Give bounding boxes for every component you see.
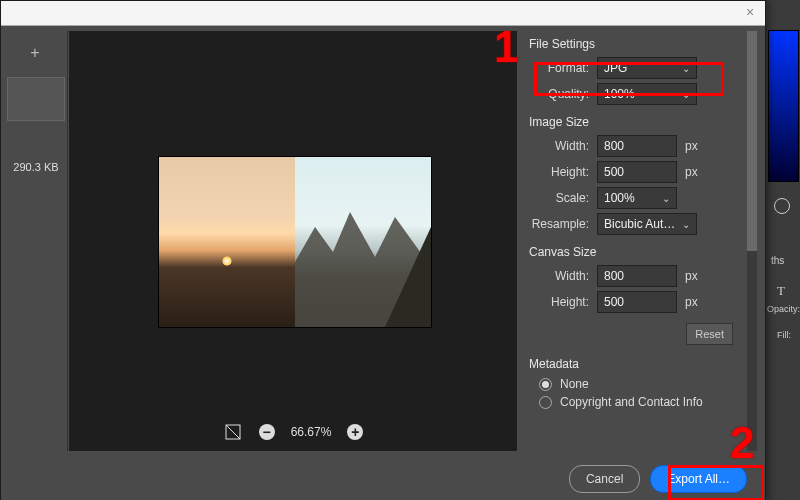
metadata-copyright-option[interactable]: Copyright and Contact Info bbox=[539, 395, 747, 409]
resample-label: Resample: bbox=[527, 217, 589, 231]
chevron-down-icon: ⌄ bbox=[682, 89, 690, 100]
image-size-title: Image Size bbox=[529, 115, 747, 129]
plus-icon: + bbox=[351, 425, 359, 439]
format-select[interactable]: JPG⌄ bbox=[597, 57, 697, 79]
export-dialog: × + 290.3 KB − 66.67% bbox=[0, 0, 766, 500]
quality-label: Quality: bbox=[527, 87, 589, 101]
preview-image-left bbox=[159, 157, 295, 327]
close-icon: × bbox=[746, 4, 754, 20]
unit-px: px bbox=[685, 269, 705, 283]
thumbnail-column: + 290.3 KB bbox=[5, 31, 68, 451]
scrollbar-track[interactable] bbox=[747, 31, 757, 451]
chevron-down-icon: ⌄ bbox=[662, 193, 670, 204]
add-size-button[interactable]: + bbox=[7, 33, 63, 73]
scrollbar-thumb[interactable] bbox=[747, 31, 757, 251]
settings-panel: File Settings Format: JPG⌄ Quality: 100%… bbox=[527, 31, 757, 451]
right-dock: ths T Opacity: Fill: bbox=[764, 0, 800, 500]
canvas-size-group: Canvas Size Width: px Height: px Reset bbox=[527, 245, 747, 347]
unit-px: px bbox=[685, 165, 705, 179]
close-button[interactable]: × bbox=[735, 1, 765, 25]
chevron-down-icon: ⌄ bbox=[682, 219, 690, 230]
preview-canvas[interactable] bbox=[159, 157, 431, 327]
opacity-label: Opacity: bbox=[767, 304, 800, 314]
type-tool-icon[interactable]: T bbox=[777, 283, 785, 299]
preview-options-icon[interactable] bbox=[223, 422, 243, 442]
color-picker-gradient[interactable] bbox=[768, 30, 799, 182]
cancel-button[interactable]: Cancel bbox=[569, 465, 640, 493]
canvas-size-title: Canvas Size bbox=[529, 245, 747, 259]
panel-tab-paths[interactable]: ths bbox=[771, 255, 784, 266]
unit-px: px bbox=[685, 139, 705, 153]
zoom-out-button[interactable]: − bbox=[259, 424, 275, 440]
reset-button[interactable]: Reset bbox=[686, 323, 733, 345]
scale-label: Scale: bbox=[527, 191, 589, 205]
dialog-titlebar: × bbox=[1, 1, 765, 26]
image-width-input[interactable] bbox=[597, 135, 677, 157]
minus-icon: − bbox=[263, 425, 271, 439]
zoom-toolbar: − 66.67% + bbox=[69, 419, 517, 445]
canvas-height-input[interactable] bbox=[597, 291, 677, 313]
zoom-level-readout: 66.67% bbox=[291, 425, 332, 439]
canvas-height-label: Height: bbox=[527, 295, 589, 309]
format-label: Format: bbox=[527, 61, 589, 75]
quality-select[interactable]: 100%⌄ bbox=[597, 83, 697, 105]
width-label: Width: bbox=[527, 139, 589, 153]
file-size-readout: 290.3 KB bbox=[5, 161, 67, 173]
fill-label: Fill: bbox=[777, 330, 791, 340]
resample-select[interactable]: Bicubic Aut…⌄ bbox=[597, 213, 697, 235]
file-settings-group: File Settings Format: JPG⌄ Quality: 100%… bbox=[527, 37, 747, 105]
chevron-down-icon: ⌄ bbox=[682, 63, 690, 74]
color-ring-icon[interactable] bbox=[774, 198, 790, 214]
plus-icon: + bbox=[30, 44, 39, 61]
svg-line-3 bbox=[226, 425, 240, 439]
thumbnail-slot[interactable] bbox=[7, 77, 65, 121]
canvas-width-label: Width: bbox=[527, 269, 589, 283]
image-size-group: Image Size Width: px Height: px Scale: 1… bbox=[527, 115, 747, 235]
file-settings-title: File Settings bbox=[529, 37, 747, 51]
canvas-width-input[interactable] bbox=[597, 265, 677, 287]
metadata-title: Metadata bbox=[529, 357, 747, 371]
radio-icon bbox=[539, 378, 552, 391]
dialog-footer: Cancel Export All… bbox=[1, 457, 765, 500]
preview-image-right bbox=[295, 157, 431, 327]
height-label: Height: bbox=[527, 165, 589, 179]
preview-area: − 66.67% + bbox=[69, 31, 517, 451]
scale-select[interactable]: 100%⌄ bbox=[597, 187, 677, 209]
image-height-input[interactable] bbox=[597, 161, 677, 183]
metadata-none-option[interactable]: None bbox=[539, 377, 747, 391]
zoom-in-button[interactable]: + bbox=[347, 424, 363, 440]
metadata-group: Metadata None Copyright and Contact Info bbox=[527, 357, 747, 409]
unit-px: px bbox=[685, 295, 705, 309]
export-all-button[interactable]: Export All… bbox=[650, 465, 747, 493]
radio-icon bbox=[539, 396, 552, 409]
